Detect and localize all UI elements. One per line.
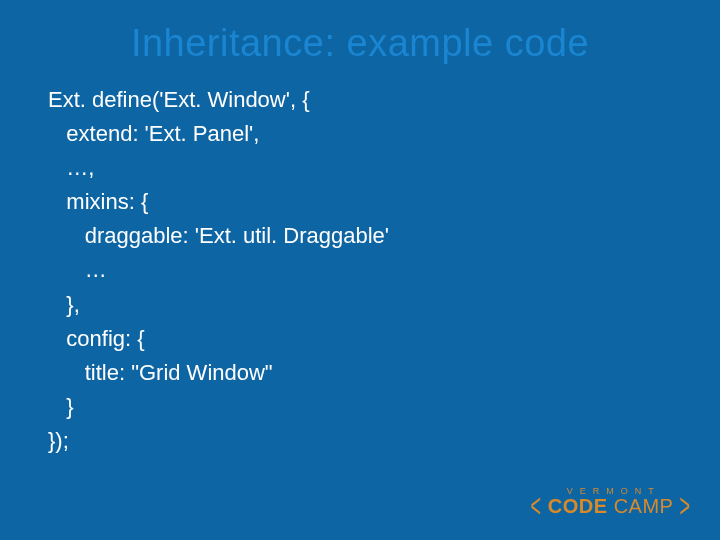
logo-bold: CODE [548, 495, 608, 517]
code-line: }, [48, 292, 80, 317]
logo-light: CAMP [614, 495, 674, 517]
code-line: Ext. define('Ext. Window', { [48, 87, 310, 112]
code-line: mixins: { [48, 189, 148, 214]
logo-main: < CODE CAMP > [527, 494, 694, 518]
code-line: …, [48, 155, 94, 180]
code-line: extend: 'Ext. Panel', [48, 121, 259, 146]
code-block: Ext. define('Ext. Window', { extend: 'Ex… [0, 83, 720, 458]
code-line: }); [48, 428, 69, 453]
logo-text: CODE CAMP [548, 495, 674, 518]
code-line: } [48, 394, 74, 419]
code-line: draggable: 'Ext. util. Draggable' [48, 223, 389, 248]
code-line: title: "Grid Window" [48, 360, 273, 385]
angle-left-icon: < [531, 493, 542, 519]
slide-title: Inheritance: example code [0, 0, 720, 83]
angle-right-icon: > [680, 493, 691, 519]
code-line: config: { [48, 326, 145, 351]
vermont-code-camp-logo: VERMONT < CODE CAMP > [527, 486, 694, 518]
code-line: … [48, 257, 107, 282]
